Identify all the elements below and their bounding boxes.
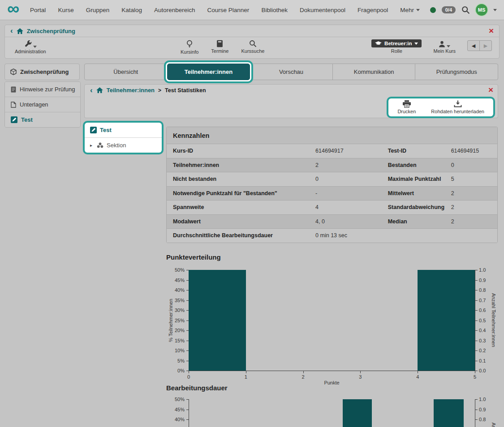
next-arrow-button[interactable]: ▶ [479,40,492,51]
y-tick-label-right: 0.7 [479,298,491,303]
course-menu-header[interactable]: Zwischenprüfung [4,64,80,80]
tick-mark [475,280,478,281]
search-icon[interactable] [461,6,470,14]
course-title-link[interactable]: Zwischenprüfung [27,28,75,34]
task-count-badge[interactable]: 0/4 [442,6,456,13]
course-tabs: ÜbersichtTeilnehmer:innenVorschauKommuni… [84,64,498,80]
person-icon [439,41,445,47]
y-tick-label-right: 1.0 [479,267,491,273]
kennzahl-value: 2 [315,162,382,168]
close-statistics-icon[interactable]: × [488,85,493,95]
sidebar-item-test[interactable]: Test [5,112,80,127]
toolbar-kurssuche-button[interactable]: Kurssuche [241,40,264,55]
home-icon[interactable] [96,87,103,93]
kennzahl-label: Test-ID [382,148,451,154]
kennzahl-label: Nicht bestanden [167,176,315,182]
kennzahlen-panel: Kennzahlen Kurs-ID614694917Test-ID614694… [166,127,498,243]
y-axis-label-right: Anzahl Teilnehmer:innen [490,399,496,427]
kennzahlen-row: Notwendige Punktzahl für "Bestanden"-Mit… [167,186,497,201]
y-tick-label-left: 5% [166,358,185,363]
topnav-item[interactable]: Portal [30,7,46,13]
tick-mark [475,361,478,361]
toolbar-kursinfo-button[interactable]: Kursinfo [181,40,198,55]
kennzahl-value: 5 [451,176,497,182]
actions-highlight: DruckenRohdaten herunterladen [387,97,495,118]
kennzahl-label: Teilnehmer:innen [167,162,315,168]
home-icon[interactable] [17,28,23,34]
print-button[interactable]: Drucken [397,100,416,114]
user-avatar[interactable]: MS [476,4,487,16]
tick-mark [475,310,478,311]
tree-item-label: Test [100,127,112,133]
download-rawdata-button[interactable]: Rohdaten herunterladen [431,100,484,114]
expand-caret-icon[interactable]: ▸ [90,143,94,148]
topnav-item[interactable]: Dokumentenpool [300,7,345,13]
x-axis-label: Punkte [189,380,475,385]
topnav-item[interactable]: Autorenbereich [154,7,195,13]
close-course-icon[interactable]: × [489,26,494,36]
back-chevron-icon[interactable]: ‹ [90,85,93,95]
topnav-more-label: Mehr [400,7,414,13]
topnav-item[interactable]: Katalog [121,7,142,13]
tab--bersicht[interactable]: Übersicht [84,64,168,80]
kennzahl-label: Maximale Punktzahl [382,176,451,182]
toolbar-termine-button[interactable]: Termine [211,40,228,55]
cluster-icon [97,142,103,148]
kennzahl-value: 0 min 13 sec [315,232,382,239]
topnav-more-menu[interactable]: Mehr [400,7,420,13]
y-tick-label-left: 50% [166,267,185,273]
bearbeitungsdauer-title: Bearbeitungsdauer [166,384,228,392]
kennzahl-value: 0 [451,162,497,168]
toolbar-item-label: Kurssuche [241,48,264,54]
doc-lines-icon [11,86,16,93]
administration-button[interactable]: Administration [15,40,46,54]
y-tick-label-right: 0.3 [479,338,491,343]
my-course-button[interactable]: Mein Kurs [433,39,456,54]
kennzahl-label: Modalwert [167,218,315,225]
tick-mark [475,290,478,290]
y-tick-label-right: 1.0 [479,397,491,402]
topnav-item[interactable]: Course Planner [207,7,250,13]
tab-pr-fungsmodus[interactable]: Prüfungsmodus [415,64,498,80]
x-tick-label: 0 [182,374,195,380]
previous-arrow-button[interactable]: ◀ [467,40,480,51]
tab-vorschau[interactable]: Vorschau [250,64,333,80]
test-tree-highlight: Test▸Sektion [83,121,164,154]
chart-bar [343,399,372,427]
chevron-down-icon[interactable] [493,9,497,11]
tab-kommunikation[interactable]: Kommunikation [332,64,416,80]
breadcrumb-link[interactable]: Teilnehmer:innen [107,87,155,94]
topnav-item[interactable]: Gruppen [86,7,110,13]
sidebar-item-hinweise-zur-pr-fung[interactable]: Hinweise zur Prüfung [5,82,80,97]
topnav-item[interactable]: Fragenpool [358,7,388,13]
breadcrumb-current: Test Statistiken [165,87,206,94]
y-tick-label-left: 15% [166,338,185,343]
tree-item-label: Sektion [107,142,126,149]
kennzahl-value: - [315,190,382,196]
y-tick-label-right: 0.2 [479,348,491,353]
sidebar-item-unterlagen[interactable]: Unterlagen [5,97,80,112]
tick-mark [475,410,478,410]
punkteverteilung-title: Punkteverteilung [166,253,221,261]
tree-item-test[interactable]: Test [85,123,162,138]
tick-mark [246,371,246,373]
sidebar-item-label: Hinweise zur Prüfung [20,86,75,93]
topnav-item[interactable]: Bibliothek [261,7,288,13]
kennzahlen-row: Durchschnittliche Bearbeitungsdauer0 min… [167,228,497,243]
tick-mark [475,341,478,341]
back-chevron-icon[interactable]: ‹ [10,26,13,36]
x-tick-label: 1 [239,374,253,380]
x-tick-label: 5 [468,374,482,380]
kennzahl-label: Spannweite [167,204,315,210]
topnav-item[interactable]: Kurse [58,7,73,13]
role-switcher[interactable]: Betreuer:in Rolle [371,39,422,54]
x-tick-label: 2 [297,374,310,380]
role-dropdown-button[interactable]: Betreuer:in [371,39,422,47]
actions-row: DruckenRohdaten herunterladen [388,98,493,116]
tree-item-sektion[interactable]: ▸Sektion [85,138,162,153]
chevron-down-icon [447,45,450,47]
y-tick-label-left: 30% [166,307,185,313]
tab-teilnehmer-innen[interactable]: Teilnehmer:innen [167,64,250,80]
infinity-logo-icon[interactable]: ∞ [7,1,19,16]
wrench-icon [24,40,32,48]
